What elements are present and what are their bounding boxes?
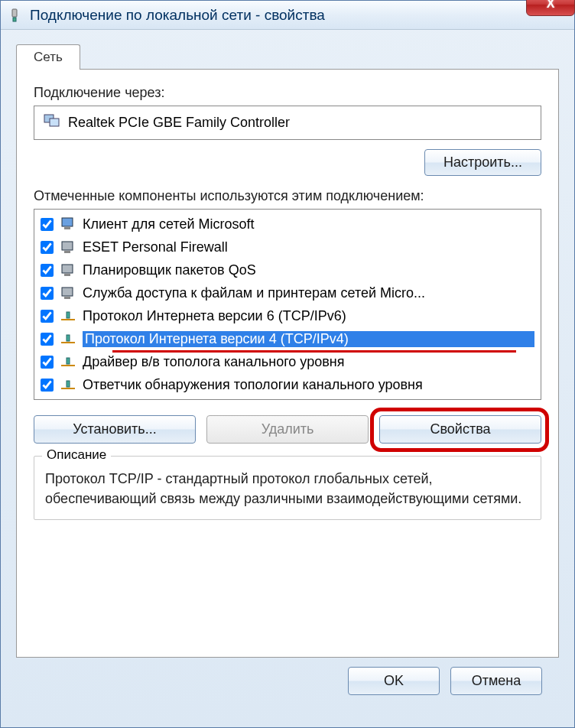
- adapter-name: Realtek PCIe GBE Family Controller: [68, 115, 290, 131]
- protocol-icon: [60, 376, 76, 393]
- svg-rect-19: [67, 381, 70, 387]
- svg-rect-1: [13, 18, 16, 21]
- component-label: Клиент для сетей Microsoft: [83, 216, 534, 232]
- install-button[interactable]: Установить...: [34, 415, 196, 444]
- svg-rect-4: [62, 218, 73, 226]
- tab-panel: Подключение через: Realtek PCIe GBE Fami…: [16, 69, 559, 658]
- component-label: ESET Personal Firewall: [83, 239, 534, 255]
- list-item[interactable]: Служба доступа к файлам и принтерам сете…: [36, 281, 539, 304]
- component-checkbox[interactable]: [41, 379, 54, 392]
- svg-rect-5: [64, 227, 70, 229]
- configure-button[interactable]: Настроить...: [424, 149, 541, 176]
- description-group: Описание Протокол TCP/IP - стандартный п…: [34, 456, 541, 520]
- ok-button[interactable]: OK: [348, 667, 440, 695]
- list-item[interactable]: Протокол Интернета версии 6 (TCP/IPv6): [36, 304, 539, 327]
- share-icon: [60, 284, 76, 301]
- qos-icon: [60, 262, 76, 278]
- component-label: Планировщик пакетов QoS: [83, 262, 534, 278]
- list-item[interactable]: ESET Personal Firewall: [36, 236, 539, 258]
- components-list[interactable]: Клиент для сетей Microsoft ESET Personal…: [34, 209, 541, 400]
- description-text: Протокол TCP/IP - стандартный протокол г…: [45, 469, 530, 509]
- component-buttons-row: Установить... Удалить Свойства: [34, 415, 541, 444]
- window-title: Подключение по локальной сети - свойства: [30, 7, 568, 24]
- svg-rect-8: [62, 265, 73, 273]
- properties-button[interactable]: Свойства: [379, 415, 541, 444]
- list-item[interactable]: Ответчик обнаружения топологии канальног…: [36, 373, 539, 396]
- svg-rect-15: [67, 335, 70, 341]
- component-checkbox[interactable]: [41, 241, 54, 254]
- cancel-button[interactable]: Отмена: [450, 667, 542, 695]
- component-label: Драйвер в/в тополога канального уровня: [83, 354, 534, 370]
- window-icon: [7, 8, 22, 23]
- list-item-selected[interactable]: Протокол Интернета версии 4 (TCP/IPv4): [36, 327, 539, 350]
- svg-rect-11: [64, 297, 70, 299]
- dialog-buttons: OK Отмена: [16, 658, 559, 695]
- content-area: Сеть Подключение через: Realtek PCIe GBE…: [1, 30, 574, 706]
- component-checkbox[interactable]: [41, 264, 54, 277]
- component-checkbox[interactable]: [41, 287, 54, 300]
- adapter-field[interactable]: Realtek PCIe GBE Family Controller: [34, 106, 541, 140]
- component-label: Служба доступа к файлам и принтерам сете…: [83, 285, 534, 301]
- tab-network[interactable]: Сеть: [16, 44, 80, 70]
- tab-container: Сеть Подключение через: Realtek PCIe GBE…: [16, 44, 559, 658]
- component-label: Ответчик обнаружения топологии канальног…: [83, 377, 534, 393]
- properties-dialog: Подключение по локальной сети - свойства…: [0, 0, 575, 728]
- component-label: Протокол Интернета версии 6 (TCP/IPv6): [83, 308, 534, 324]
- protocol-icon: [60, 330, 76, 347]
- components-label: Отмеченные компоненты используются этим …: [34, 188, 541, 204]
- protocol-icon: [60, 353, 76, 370]
- list-item[interactable]: Клиент для сетей Microsoft: [36, 213, 539, 236]
- component-checkbox[interactable]: [41, 310, 54, 323]
- remove-button: Удалить: [206, 415, 369, 444]
- client-icon: [60, 216, 76, 232]
- network-adapter-icon: [44, 114, 60, 132]
- titlebar: Подключение по локальной сети - свойства…: [1, 1, 574, 30]
- list-item[interactable]: Драйвер в/в тополога канального уровня: [36, 350, 539, 373]
- close-button[interactable]: X: [526, 0, 575, 16]
- description-title: Описание: [42, 447, 111, 463]
- component-checkbox[interactable]: [41, 218, 54, 231]
- svg-rect-17: [67, 358, 70, 364]
- svg-rect-6: [62, 242, 73, 250]
- list-item[interactable]: Планировщик пакетов QoS: [36, 258, 539, 281]
- svg-rect-10: [62, 288, 73, 296]
- protocol-icon: [60, 307, 76, 324]
- component-checkbox[interactable]: [41, 333, 54, 346]
- component-checkbox[interactable]: [41, 356, 54, 369]
- svg-rect-3: [50, 119, 59, 126]
- svg-rect-7: [64, 251, 70, 253]
- connect-via-label: Подключение через:: [34, 85, 541, 101]
- svg-rect-13: [67, 312, 70, 318]
- svg-rect-9: [64, 274, 70, 276]
- firewall-icon: [60, 239, 76, 255]
- component-label: Протокол Интернета версии 4 (TCP/IPv4): [83, 331, 534, 347]
- svg-rect-0: [12, 9, 17, 17]
